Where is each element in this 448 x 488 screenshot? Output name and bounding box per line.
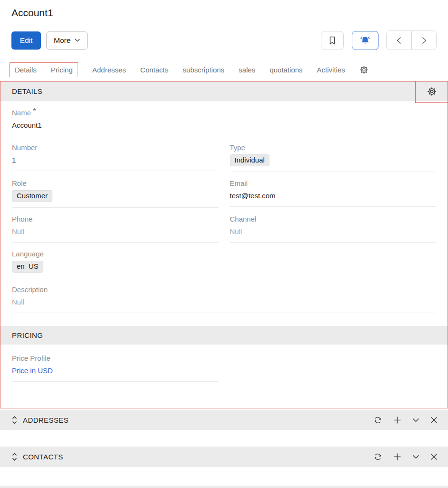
close-icon: [430, 417, 438, 424]
contacts-close-button[interactable]: [430, 453, 438, 460]
field-email: Email test@test.com: [230, 179, 437, 208]
field-description: Description Null: [12, 285, 436, 313]
field-type-label: Type: [230, 143, 437, 152]
contacts-collapse-handle[interactable]: [11, 452, 18, 461]
left-actions: Edit More: [11, 31, 88, 50]
field-channel-value: Null: [230, 226, 437, 237]
more-button-label: More: [54, 36, 70, 45]
plus-icon: [393, 453, 401, 461]
right-actions: [321, 30, 437, 50]
field-language: Language en_US: [12, 250, 219, 278]
plus-icon: [393, 416, 401, 424]
field-number-value: 1: [12, 154, 219, 165]
field-number-label: Number: [12, 143, 219, 152]
chevron-down-icon: [412, 418, 419, 423]
chevron-down-icon: [412, 455, 419, 459]
pricing-section-title: PRICING: [12, 331, 43, 339]
record-nav-group: [386, 30, 437, 50]
chevron-right-icon: [422, 37, 427, 44]
tabs-settings-button[interactable]: [359, 65, 368, 74]
pricing-field-grid: Price Profile Price in USD: [0, 345, 448, 389]
tab-subscriptions[interactable]: subscriptions: [183, 66, 225, 74]
addresses-panel-title: ADDRESSES: [23, 416, 69, 424]
required-asterisk: *: [33, 107, 36, 116]
panel-addresses: ADDRESSES: [0, 410, 448, 430]
addresses-close-button[interactable]: [430, 417, 438, 424]
field-name: Name* Account1: [12, 109, 219, 136]
page-header: Account1 Edit More: [0, 0, 448, 77]
tab-quotations[interactable]: quotations: [269, 66, 302, 74]
chevron-down-icon: [75, 39, 80, 42]
panel-subscriptions: SUBSCRIPTIONS 1 / 1: [0, 486, 448, 488]
tab-contacts[interactable]: Contacts: [140, 66, 169, 74]
details-section-title: DETAILS: [12, 87, 42, 95]
gear-icon: [359, 65, 368, 74]
edit-button[interactable]: Edit: [11, 31, 41, 50]
action-bar: Edit More: [11, 30, 437, 50]
divider: [362, 486, 362, 488]
addresses-collapse-button[interactable]: [412, 418, 419, 423]
close-icon: [430, 453, 438, 460]
language-badge: en_US: [12, 261, 43, 273]
field-type: Type Individual: [230, 143, 437, 172]
tabs-annotation-box: Details Pricing: [10, 62, 78, 77]
bell-icon: [359, 36, 371, 45]
addresses-refresh-button[interactable]: [373, 416, 382, 425]
field-channel-label: Channel: [230, 215, 437, 224]
previous-record-button[interactable]: [387, 31, 411, 50]
contacts-collapse-button[interactable]: [412, 455, 419, 459]
contacts-panel-title: CONTACTS: [23, 453, 63, 461]
field-phone-value: Null: [12, 226, 219, 237]
refresh-icon: [373, 416, 382, 425]
details-gear-annotation-box: [415, 81, 448, 103]
field-phone: Phone Null: [12, 215, 219, 243]
field-name-value: Account1: [12, 120, 219, 131]
field-role-label: Role: [12, 179, 219, 188]
bookmark-button[interactable]: [321, 31, 344, 50]
details-section-header: DETAILS: [0, 81, 448, 101]
field-role: Role Customer: [12, 179, 219, 208]
addresses-collapse-handle[interactable]: [11, 416, 18, 425]
field-number: Number 1: [12, 143, 219, 172]
up-down-chevrons-icon: [11, 452, 18, 461]
tab-activities[interactable]: Activities: [317, 66, 345, 74]
role-badge: Customer: [12, 190, 52, 202]
contacts-add-button[interactable]: [393, 453, 401, 461]
field-price-profile: Price Profile Price in USD: [12, 354, 219, 382]
next-record-button[interactable]: [411, 31, 436, 50]
refresh-icon: [373, 452, 382, 461]
field-description-label: Description: [12, 285, 436, 294]
price-profile-link[interactable]: Price in USD: [12, 366, 53, 375]
tab-sales[interactable]: sales: [239, 66, 255, 74]
account-detail-screen: Account1 Edit More: [0, 0, 448, 488]
tab-pricing[interactable]: Pricing: [51, 66, 73, 74]
gear-icon: [427, 87, 437, 96]
up-down-chevrons-icon: [11, 416, 18, 425]
page-title: Account1: [11, 6, 437, 19]
field-email-value: test@test.com: [230, 190, 437, 201]
contacts-refresh-button[interactable]: [373, 452, 382, 461]
panel-contacts: CONTACTS: [0, 447, 448, 467]
field-name-label: Name: [12, 109, 31, 117]
bookmark-icon: [329, 36, 336, 45]
more-button[interactable]: More: [46, 31, 88, 50]
details-field-grid: Name* Account1 Number 1 Type Individual: [0, 101, 448, 320]
pricing-section-header: PRICING: [0, 326, 448, 345]
tab-details[interactable]: Details: [15, 66, 37, 74]
record-detail-panel: DETAILS: [0, 81, 448, 408]
chevron-left-icon: [397, 37, 401, 44]
tab-addresses[interactable]: Addresses: [92, 66, 126, 74]
field-description-value: Null: [12, 296, 436, 307]
field-language-label: Language: [12, 250, 219, 258]
notifications-button[interactable]: [352, 31, 378, 50]
addresses-add-button[interactable]: [393, 416, 401, 424]
detail-tabs: Details Pricing Addresses Contacts subsc…: [11, 62, 437, 77]
details-settings-button[interactable]: [427, 87, 437, 96]
field-price-profile-label: Price Profile: [12, 354, 219, 363]
field-phone-label: Phone: [12, 215, 219, 224]
field-channel: Channel Null: [230, 215, 437, 243]
field-email-label: Email: [230, 179, 437, 188]
type-badge: Individual: [230, 154, 269, 166]
